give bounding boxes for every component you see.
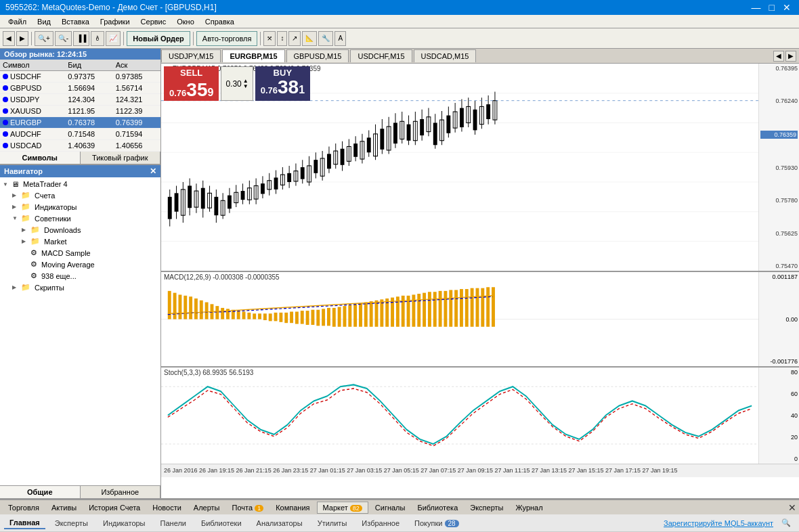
auto-trade-button[interactable]: Авто-торговля bbox=[196, 31, 258, 46]
market-content: ГлавнаяЭкспертыИндикаторыПанелиБиблиотек… bbox=[0, 514, 799, 532]
chart-tab[interactable]: USDCHF,M15 bbox=[350, 49, 412, 62]
market-row[interactable]: XAUUSD 1121.95 1122.39 bbox=[0, 106, 160, 117]
terminal-tab[interactable]: Почта 1 bbox=[227, 502, 269, 513]
terminal-tab[interactable]: Торговля bbox=[3, 502, 45, 513]
terminal-tab[interactable]: История Счета bbox=[83, 502, 146, 513]
terminal-close-button[interactable]: ✕ bbox=[788, 502, 796, 513]
register-link[interactable]: Зарегистрируйте MQL5-аккаунт bbox=[664, 519, 773, 527]
toolbar-btn-back[interactable]: ◀ bbox=[3, 31, 15, 46]
nav-item[interactable]: ▼📁Советники bbox=[0, 213, 160, 224]
nav-item[interactable]: ⚙938 еще... bbox=[0, 270, 160, 282]
terminal-tab[interactable]: Журнал bbox=[511, 502, 548, 513]
toolbar-btn-c[interactable]: ↗ bbox=[288, 31, 301, 46]
market-nav-tab[interactable]: Утилиты bbox=[312, 518, 353, 529]
toolbar-btn-fwd[interactable]: ▶ bbox=[16, 31, 28, 46]
nav-item[interactable]: ▶📁Скрипты bbox=[0, 282, 160, 293]
menu-window[interactable]: Окно bbox=[171, 16, 200, 27]
svg-rect-170 bbox=[486, 287, 490, 326]
nav-item[interactable]: ⚙MACD Sample bbox=[0, 247, 160, 259]
menu-insert[interactable]: Вставка bbox=[56, 16, 95, 27]
market-nav-tab[interactable]: Главная bbox=[4, 517, 45, 529]
buy-price-display: 0.76 38 1 bbox=[261, 78, 305, 97]
nav-item[interactable]: ▶📁Индикаторы bbox=[0, 201, 160, 213]
spread-arrows[interactable]: ▲ ▼ bbox=[243, 79, 249, 89]
timebar-text: 26 Jan 2016 26 Jan 19:15 26 Jan 21:15 26… bbox=[164, 467, 678, 474]
symbol-cell: EURGBP bbox=[0, 117, 65, 129]
chart-tab[interactable]: EURGBP,M15 bbox=[222, 49, 284, 62]
navigator-close[interactable]: ✕ bbox=[150, 167, 156, 176]
terminal-tab[interactable]: Алерты bbox=[188, 502, 225, 513]
chart-tab[interactable]: USDCAD,M15 bbox=[414, 49, 477, 62]
terminal-tab[interactable]: Активы bbox=[46, 502, 82, 513]
terminal-tab[interactable]: Сигналы bbox=[370, 502, 411, 513]
market-nav-tab[interactable]: Покупки 28 bbox=[409, 518, 465, 529]
terminal-tab[interactable]: Компания bbox=[270, 502, 315, 513]
menu-service[interactable]: Сервис bbox=[135, 16, 172, 27]
chart-tab[interactable]: USDJPY,M15 bbox=[161, 49, 221, 62]
menu-help[interactable]: Справка bbox=[200, 16, 240, 27]
toolbar-zoom-out[interactable]: 🔍- bbox=[55, 31, 72, 46]
nav-item[interactable]: ▶📁Счета bbox=[0, 190, 160, 201]
svg-rect-124 bbox=[242, 312, 246, 319]
nav-item[interactable]: ▼🖥MetaTrader 4 bbox=[0, 179, 160, 190]
toolbar-btn-d[interactable]: 📐 bbox=[302, 31, 317, 46]
svg-rect-134 bbox=[295, 312, 299, 324]
tab-tick-chart[interactable]: Тиковый график bbox=[81, 152, 161, 164]
new-order-button[interactable]: Новый Ордер bbox=[127, 31, 190, 46]
terminal-tab[interactable]: Маркет 82 bbox=[317, 502, 368, 514]
svg-rect-166 bbox=[465, 289, 469, 327]
close-button[interactable]: ✕ bbox=[780, 2, 794, 13]
toolbar-btn-e[interactable]: 🔧 bbox=[318, 31, 333, 46]
svg-rect-159 bbox=[428, 292, 431, 327]
nav-icon: 🖥 bbox=[12, 180, 19, 188]
terminal-tab[interactable]: Новости bbox=[147, 502, 187, 513]
market-nav-tab[interactable]: Индикаторы bbox=[98, 518, 151, 529]
market-search-icon[interactable]: 🔍 bbox=[777, 518, 795, 527]
nav-item[interactable]: ⚙Moving Average bbox=[0, 259, 160, 270]
market-nav-tab[interactable]: Анализаторы bbox=[251, 518, 308, 529]
nav-tab-favorites[interactable]: Избранное bbox=[81, 486, 161, 498]
nav-tab-general[interactable]: Общие bbox=[0, 486, 81, 498]
menu-charts[interactable]: Графики bbox=[95, 16, 135, 27]
terminal-tab[interactable]: Библиотека bbox=[412, 502, 463, 513]
chart-nav-left[interactable]: ◀ bbox=[773, 51, 784, 62]
market-nav-tab[interactable]: Библиотеки bbox=[196, 518, 247, 529]
spread-down-arrow[interactable]: ▼ bbox=[243, 84, 249, 89]
toolbar-btn-b[interactable]: ↕ bbox=[277, 31, 287, 46]
market-nav-tab[interactable]: Эксперты bbox=[49, 518, 93, 529]
toolbar-zoom-in[interactable]: 🔍+ bbox=[35, 31, 53, 46]
symbol-dot bbox=[3, 74, 8, 79]
market-nav-tab[interactable]: Избранное bbox=[356, 518, 405, 529]
market-row[interactable]: GBPUSD 1.56694 1.56714 bbox=[0, 83, 160, 94]
chart-tab[interactable]: GBPUSD,M15 bbox=[286, 49, 349, 62]
chart-nav-right[interactable]: ▶ bbox=[785, 51, 796, 62]
nav-icon: 📁 bbox=[21, 283, 30, 292]
toolbar-chart-bars[interactable]: ▐▐ bbox=[73, 31, 89, 46]
buy-button[interactable]: BUY 0.76 38 1 bbox=[255, 66, 310, 101]
market-nav-tab[interactable]: Панели bbox=[155, 518, 192, 529]
nav-item[interactable]: ▶📁Downloads bbox=[0, 224, 160, 236]
bid-cell: 0.71548 bbox=[65, 129, 112, 140]
menu-file[interactable]: Файл bbox=[3, 16, 32, 27]
tab-symbols[interactable]: Символы bbox=[0, 152, 81, 164]
toolbar-chart-candles[interactable]: 🕯 bbox=[91, 31, 104, 46]
svg-rect-157 bbox=[417, 294, 420, 327]
maximize-button[interactable]: □ bbox=[766, 2, 777, 13]
market-row[interactable]: USDJPY 124.304 124.321 bbox=[0, 94, 160, 106]
nav-item[interactable]: ▶📁Market bbox=[0, 236, 160, 247]
market-row[interactable]: USDCAD 1.40639 1.40656 bbox=[0, 140, 160, 152]
terminal-tab[interactable]: Эксперты bbox=[465, 502, 509, 513]
sell-button[interactable]: SELL 0.76 35 9 bbox=[164, 66, 219, 101]
svg-rect-145 bbox=[353, 304, 357, 326]
market-row[interactable]: EURGBP 0.76378 0.76399 bbox=[0, 117, 160, 129]
market-row[interactable]: USDCHF 0.97375 0.97385 bbox=[0, 71, 160, 83]
col-ask: Аск bbox=[113, 60, 160, 71]
toolbar-btn-a[interactable]: ⤧ bbox=[263, 31, 276, 46]
toolbar-chart-line[interactable]: 📈 bbox=[106, 31, 121, 46]
minimize-button[interactable]: — bbox=[749, 2, 764, 13]
toolbar-btn-f[interactable]: A bbox=[334, 31, 346, 46]
market-overview-header: Обзор рынка: 12:24:15 bbox=[0, 49, 160, 60]
menu-view[interactable]: Вид bbox=[32, 16, 56, 27]
svg-rect-110 bbox=[168, 291, 171, 319]
market-row[interactable]: AUDCHF 0.71548 0.71594 bbox=[0, 129, 160, 140]
